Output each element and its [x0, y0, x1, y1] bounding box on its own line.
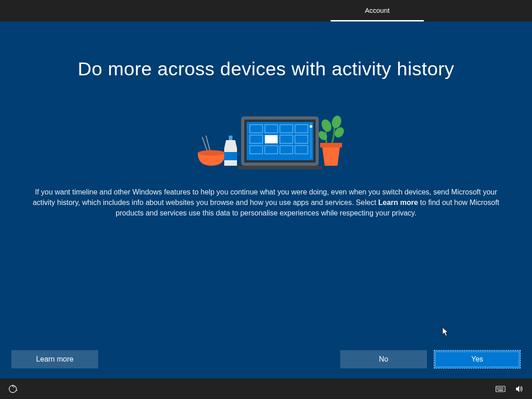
description-bold: Learn more	[378, 199, 418, 206]
bottom-right-icons	[495, 385, 524, 393]
activity-history-illustration	[189, 107, 344, 173]
bottom-left-icons	[8, 384, 17, 394]
main-content: Do more across devices with activity his…	[0, 21, 532, 378]
ease-of-access-icon[interactable]	[8, 384, 17, 394]
bottom-bar	[0, 378, 532, 399]
svg-rect-27	[320, 143, 342, 147]
description-text: If you want timeline and other Windows f…	[18, 187, 514, 219]
tab-account[interactable]: Account	[331, 0, 424, 21]
page-heading: Do more across devices with activity his…	[0, 58, 532, 80]
svg-point-23	[320, 118, 333, 133]
keyboard-icon[interactable]	[495, 386, 506, 392]
volume-icon[interactable]	[516, 385, 524, 393]
yes-button[interactable]: Yes	[434, 350, 521, 368]
svg-rect-3	[229, 136, 232, 140]
top-bar: Account	[0, 0, 532, 21]
svg-point-22	[310, 125, 312, 128]
button-row: Learn more No Yes	[0, 350, 532, 368]
tab-container: Account	[331, 0, 424, 21]
learn-more-button[interactable]: Learn more	[11, 350, 98, 368]
svg-rect-4	[224, 152, 237, 160]
svg-rect-14	[265, 135, 278, 143]
no-button[interactable]: No	[340, 350, 427, 368]
svg-point-24	[330, 115, 342, 129]
svg-rect-8	[238, 166, 322, 169]
right-buttons-group: No Yes	[340, 350, 521, 368]
svg-point-2	[198, 150, 225, 156]
